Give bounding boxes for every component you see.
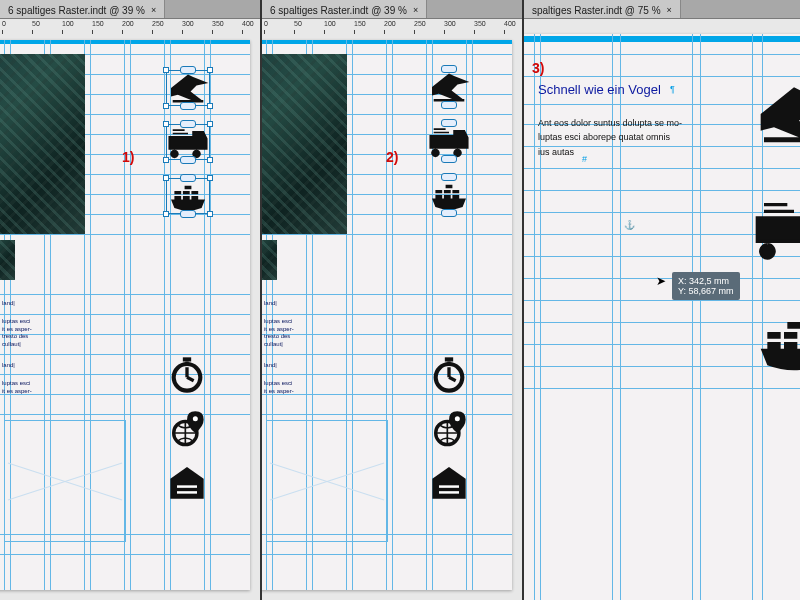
svg-rect-2 (185, 362, 188, 365)
coord-x: X: 342,5 mm (678, 276, 734, 286)
photo-placeholder[interactable] (0, 54, 85, 234)
text-block[interactable]: land| (2, 300, 15, 308)
globe-pin-icon[interactable] (428, 408, 470, 448)
svg-rect-8 (177, 494, 197, 497)
stopwatch-icon[interactable] (428, 354, 470, 394)
close-icon[interactable]: × (413, 5, 418, 15)
globe-pin-icon[interactable] (166, 408, 208, 448)
svg-point-4 (193, 416, 198, 421)
annotation-number: 3) (532, 60, 544, 76)
ship-icon[interactable] (428, 178, 470, 212)
ship-icon[interactable] (754, 304, 800, 380)
plane-icon[interactable] (428, 70, 470, 104)
hidden-char-icon: # (582, 154, 587, 164)
svg-rect-16 (439, 488, 459, 491)
annotation-number: 1) (122, 149, 134, 165)
close-icon[interactable]: × (667, 5, 672, 15)
document-page[interactable]: land| luptas esci it es asper- tresto de… (0, 40, 250, 590)
svg-rect-17 (439, 494, 459, 497)
cursor-icon: ➤ (656, 274, 666, 288)
tab-bar: spaltiges Raster.indt @ 75 % × (524, 0, 800, 19)
text-block[interactable]: luptas esci it es asper- tresto des cull… (2, 318, 32, 348)
text-block[interactable]: land| (264, 300, 277, 308)
pane-2: 6 spaltiges Raster.indt @ 39 % × 0 50 10… (262, 0, 524, 600)
annotation-number: 2) (386, 149, 398, 165)
plane-icon[interactable] (166, 70, 210, 106)
text-block[interactable]: luptas esci it es asper- tresto des cull… (264, 318, 294, 348)
coordinate-tooltip: X: 342,5 mm Y: 58,667 mm (672, 272, 740, 300)
canvas[interactable]: land| luptas esci it es asper- tresto de… (262, 34, 522, 600)
text-block[interactable]: luptas esci it es asper- (2, 380, 32, 395)
tab-label: spaltiges Raster.indt @ 75 % (532, 5, 661, 16)
photo-placeholder[interactable] (262, 54, 347, 234)
document-tab[interactable]: spaltiges Raster.indt @ 75 % × (524, 0, 681, 18)
stopwatch-icon[interactable] (166, 354, 208, 394)
svg-point-13 (455, 416, 460, 421)
close-icon[interactable]: × (151, 5, 156, 15)
empty-frame[interactable] (266, 420, 388, 542)
text-block[interactable]: land| (264, 362, 277, 370)
三-up-comparison: 6 spaltiges Raster.indt @ 39 % × 0 50 10… (0, 0, 800, 600)
svg-rect-7 (177, 488, 197, 491)
svg-rect-6 (177, 482, 197, 485)
plane-icon[interactable] (754, 76, 800, 152)
canvas[interactable]: Schnell wie ein Vogel ¶ Ant eos dolor su… (524, 34, 800, 600)
canvas[interactable]: land| luptas esci it es asper- tresto de… (0, 34, 260, 600)
document-tab[interactable]: 6 spaltiges Raster.indt @ 39 % × (0, 0, 165, 18)
svg-rect-1 (183, 357, 191, 361)
text-block[interactable]: land| (2, 362, 15, 370)
photo-placeholder[interactable] (0, 240, 15, 280)
warehouse-icon[interactable] (166, 462, 208, 502)
truck-icon[interactable] (166, 124, 210, 160)
ship-icon[interactable] (166, 178, 210, 214)
text-block[interactable]: luptas esci it es asper- (264, 380, 294, 395)
body-text[interactable]: Ant eos dolor suntus dolupta se mo- lupt… (538, 116, 682, 159)
svg-rect-15 (439, 482, 459, 485)
svg-rect-10 (445, 357, 453, 361)
document-page[interactable]: land| luptas esci it es asper- tresto de… (262, 40, 512, 590)
truck-icon[interactable] (428, 124, 470, 158)
document-tab[interactable]: 6 spaltiges Raster.indt @ 39 % × (262, 0, 427, 18)
photo-placeholder[interactable] (262, 240, 277, 280)
tab-bar: 6 spaltiges Raster.indt @ 39 % × (262, 0, 522, 19)
tab-bar: 6 spaltiges Raster.indt @ 39 % × (0, 0, 260, 19)
svg-rect-11 (447, 362, 450, 365)
pane-3: spaltiges Raster.indt @ 75 % × (524, 0, 800, 600)
anchor-icon: ⚓ (624, 220, 635, 230)
document-page[interactable]: Schnell wie ein Vogel ¶ Ant eos dolor su… (524, 34, 800, 600)
tab-label: 6 spaltiges Raster.indt @ 39 % (270, 5, 407, 16)
tab-label: 6 spaltiges Raster.indt @ 39 % (8, 5, 145, 16)
hidden-char-icon: ¶ (670, 84, 675, 94)
truck-icon[interactable] (754, 190, 800, 266)
empty-frame[interactable] (4, 420, 126, 542)
pane-1: 6 spaltiges Raster.indt @ 39 % × 0 50 10… (0, 0, 262, 600)
coord-y: Y: 58,667 mm (678, 286, 734, 296)
headline[interactable]: Schnell wie ein Vogel (538, 82, 661, 97)
warehouse-icon[interactable] (428, 462, 470, 502)
